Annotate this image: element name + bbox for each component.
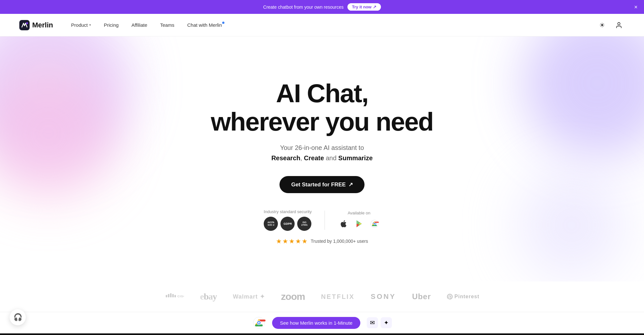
svg-rect-12 bbox=[168, 294, 170, 298]
gdpr-badge: GDPR bbox=[280, 217, 295, 231]
svg-text:CISCO: CISCO bbox=[177, 294, 184, 298]
available-label: Available on bbox=[348, 211, 371, 215]
nav-chat[interactable]: Chat with Merlin bbox=[182, 20, 227, 30]
svg-rect-14 bbox=[172, 294, 174, 298]
logo-icon bbox=[19, 20, 30, 30]
cisco-logo: CISCO bbox=[165, 292, 184, 301]
ebay-logo: ebay bbox=[200, 291, 217, 302]
extension-icons: ✉ ✦ bbox=[367, 317, 392, 328]
merlin-extension-icon: ✦ bbox=[381, 317, 392, 328]
svg-point-20 bbox=[258, 322, 260, 323]
mail-extension-icon: ✉ bbox=[367, 317, 378, 328]
bg-blob-3 bbox=[525, 36, 644, 156]
security-badges-group: Industry standard security AICPASOC 2 GD… bbox=[264, 209, 312, 231]
svg-point-10 bbox=[374, 223, 375, 225]
nav-affiliate[interactable]: Affiliate bbox=[126, 20, 152, 30]
svg-point-2 bbox=[618, 22, 620, 25]
stars-row: ★★★★★ Trusted by 1,000,000+ users bbox=[211, 237, 433, 245]
nav-links: Product ▾ Pricing Affiliate Teams Chat w… bbox=[66, 20, 596, 30]
netflix-logo: NETFLIX bbox=[321, 293, 355, 301]
iso-badge: ISO27001 bbox=[297, 217, 311, 231]
platform-icon-list bbox=[338, 218, 380, 230]
svg-rect-11 bbox=[166, 295, 167, 298]
logo-text: Merlin bbox=[32, 21, 53, 29]
trust-section: Industry standard security AICPASOC 2 GD… bbox=[211, 209, 433, 231]
bg-blob-2 bbox=[0, 69, 113, 198]
chrome-extension-icon bbox=[369, 218, 380, 230]
theme-toggle-button[interactable]: ☀ bbox=[596, 19, 608, 31]
navbar: Merlin Product ▾ Pricing Affiliate Teams… bbox=[0, 14, 644, 36]
get-started-button[interactable]: Get Started for FREE ↗ bbox=[279, 176, 364, 193]
see-how-button[interactable]: See how Merlin works in 1-Minute bbox=[272, 317, 360, 329]
security-label: Industry standard security bbox=[264, 209, 312, 214]
keyword-research: Research bbox=[271, 154, 300, 162]
keyword-summarize: Summarize bbox=[338, 154, 373, 162]
trust-divider bbox=[325, 211, 325, 230]
user-account-button[interactable] bbox=[613, 19, 625, 31]
chrome-logo-icon bbox=[252, 316, 266, 330]
trusted-text: Trusted by 1,000,000+ users bbox=[311, 239, 368, 244]
bottom-bar: See how Merlin works in 1-Minute ✉ ✦ bbox=[0, 312, 644, 333]
hero-subtitle: Your 26-in-one AI assistant to Research,… bbox=[211, 143, 433, 163]
logo[interactable]: Merlin bbox=[19, 20, 53, 30]
sony-logo: SONY bbox=[371, 292, 396, 301]
user-icon bbox=[615, 22, 622, 29]
star-rating: ★★★★★ bbox=[276, 237, 308, 245]
svg-point-1 bbox=[26, 22, 28, 24]
aicpa-badge: AICPASOC 2 bbox=[264, 217, 278, 231]
nav-right: ☀ bbox=[596, 19, 625, 31]
video-preview bbox=[0, 333, 644, 335]
hero-section: AI Chat, wherever you need Your 26-in-on… bbox=[0, 36, 644, 281]
security-badge-list: AICPASOC 2 GDPR ISO27001 bbox=[264, 217, 311, 231]
google-play-icon bbox=[353, 218, 365, 230]
nav-teams[interactable]: Teams bbox=[155, 20, 179, 30]
hero-content: AI Chat, wherever you need Your 26-in-on… bbox=[211, 79, 433, 245]
nav-dot-indicator bbox=[222, 22, 224, 24]
nav-pricing[interactable]: Pricing bbox=[99, 20, 124, 30]
svg-rect-15 bbox=[175, 295, 176, 298]
top-banner: Create chatbot from your own resources T… bbox=[0, 0, 644, 14]
support-fab-button[interactable]: 🎧 bbox=[10, 309, 26, 325]
banner-close-button[interactable]: × bbox=[634, 4, 638, 10]
bg-blob-4 bbox=[515, 169, 628, 281]
walmart-logo: Walmart ✦ bbox=[233, 293, 265, 300]
banner-text: Create chatbot from your own resources bbox=[263, 5, 344, 10]
zoom-logo: zoom bbox=[281, 291, 305, 302]
pinterest-logo: Pinterest bbox=[447, 294, 479, 300]
svg-rect-13 bbox=[170, 293, 172, 298]
keyword-create: Create bbox=[304, 154, 324, 162]
company-logos: CISCO ebay Walmart ✦ zoom NETFLIX SONY U… bbox=[0, 281, 644, 312]
available-platforms-group: Available on bbox=[338, 211, 380, 230]
nav-product[interactable]: Product ▾ bbox=[66, 20, 96, 30]
hero-title: AI Chat, wherever you need bbox=[211, 79, 433, 136]
chevron-down-icon: ▾ bbox=[89, 23, 91, 27]
apple-platform-icon bbox=[338, 218, 349, 230]
try-it-button[interactable]: Try it now ↗ bbox=[347, 3, 381, 11]
uber-logo: Uber bbox=[412, 292, 431, 301]
bg-blob-1 bbox=[0, 36, 129, 165]
